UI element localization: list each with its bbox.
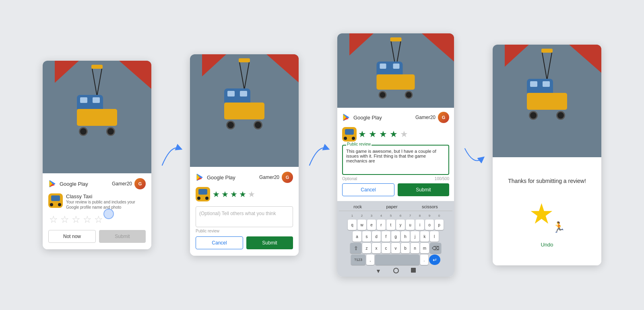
key-a[interactable]: a (353, 231, 361, 242)
app-icon-2 (196, 187, 210, 201)
taxi-body-3 (377, 74, 415, 90)
game-image-3 (337, 33, 454, 108)
key-e[interactable]: e (367, 220, 376, 230)
user-info-2: Gamer20 G (259, 172, 293, 183)
wire-right-2 (244, 62, 250, 92)
star-2-4[interactable]: ★ (239, 189, 246, 199)
stars-row-1[interactable]: ☆ ☆ ☆ ☆ ☆ (48, 215, 146, 224)
thanks-content: Thanks for submitting a review! ★ 🏃 Undo (498, 165, 596, 256)
arrow-2 (306, 135, 330, 175)
star-3-2[interactable]: ★ (369, 129, 377, 140)
key-x[interactable]: x (372, 243, 381, 253)
star-1-1[interactable]: ☆ (49, 215, 58, 224)
taxi-wl-3 (379, 91, 387, 99)
bottom-panel-4: Thanks for submitting a review! ★ 🏃 Undo (493, 157, 601, 265)
crane-bar-4 (541, 49, 553, 53)
key-row-asdf: asdfghjkl (339, 231, 452, 242)
red-triangle-left (55, 61, 79, 83)
key-j[interactable]: j (411, 231, 419, 242)
game-image-1 (43, 61, 151, 173)
star-2-3[interactable]: ★ (230, 189, 237, 199)
key-r[interactable]: r (377, 220, 386, 230)
star-3-5[interactable]: ★ (400, 129, 408, 140)
key-g[interactable]: g (391, 231, 400, 242)
app-description: Your review is public and includes your … (66, 199, 146, 210)
stars-row-3[interactable]: ★ ★ ★ ★ ★ (358, 129, 408, 140)
key-b[interactable]: b (401, 243, 410, 253)
key-v[interactable]: v (391, 243, 400, 253)
key-row-zxcv: ⇧ zxcvbnm ⌫ (339, 243, 452, 253)
key-h[interactable]: h (401, 231, 410, 242)
taxi-body-2 (224, 103, 264, 119)
key-period[interactable]: . (420, 255, 428, 265)
star-1-3[interactable]: ☆ (72, 215, 80, 224)
star-1-2[interactable]: ☆ (60, 215, 69, 224)
play-store-icon-2 (196, 173, 204, 182)
nav-home[interactable] (393, 268, 399, 273)
app-icon (48, 193, 63, 208)
key-shift[interactable]: ⇧ (350, 243, 361, 253)
app-icon-wheel-l (50, 203, 53, 206)
num-row: 1 2 3 4 5 6 7 8 9 0 (339, 212, 452, 219)
word-suggestions: rock paper scissors (339, 203, 452, 211)
key-backspace[interactable]: ⌫ (430, 243, 441, 253)
key-o[interactable]: o (425, 220, 434, 230)
key-k[interactable]: k (420, 231, 429, 242)
suggestion-1[interactable]: rock (353, 204, 362, 209)
cancel-button-2[interactable]: Cancel (196, 236, 243, 249)
key-d[interactable]: d (372, 231, 381, 242)
star-2-1[interactable]: ★ (213, 189, 220, 199)
key-comma[interactable]: , (366, 255, 374, 265)
not-now-button[interactable]: Not now (48, 230, 96, 243)
key-i[interactable]: i (415, 220, 424, 230)
key-y[interactable]: y (396, 220, 405, 230)
key-w[interactable]: w (357, 220, 366, 230)
key-123[interactable]: ?123 (351, 255, 365, 265)
num-1: 1 (348, 212, 357, 219)
big-star-icon: ★ (529, 197, 554, 230)
taxi-graphic-4 (527, 79, 567, 120)
star-3-4[interactable]: ★ (390, 129, 398, 140)
taxi-wl-2 (226, 121, 235, 129)
phone-screen-1: Google Play Gamer20 G Classy Taxi Your r… (43, 61, 151, 249)
key-q[interactable]: q (348, 220, 357, 230)
suggestion-2[interactable]: paper (386, 204, 397, 209)
submit-button-2[interactable]: Submit (246, 236, 293, 249)
review-textarea-3[interactable]: Public review This game is awesome, but … (342, 145, 449, 175)
key-m[interactable]: m (420, 243, 429, 253)
red-triangle-right (119, 61, 151, 89)
star-1-5[interactable]: ☆ (94, 215, 103, 224)
stars-row-2[interactable]: ★ ★ ★ ★ ★ (213, 189, 255, 199)
key-space[interactable] (375, 255, 419, 265)
star-2-5[interactable]: ★ (248, 189, 255, 199)
key-c[interactable]: c (382, 243, 390, 253)
key-s[interactable]: s (362, 231, 371, 242)
star-3-3[interactable]: ★ (379, 129, 387, 140)
suggestion-3[interactable]: scissors (422, 204, 438, 209)
key-l[interactable]: l (430, 231, 439, 242)
key-n[interactable]: n (411, 243, 419, 253)
undo-button[interactable]: Undo (541, 242, 553, 248)
arrow-svg-1 (159, 135, 183, 175)
star-2-2[interactable]: ★ (221, 189, 229, 199)
key-f[interactable]: f (382, 231, 390, 242)
star-1-4[interactable]: ☆ (83, 215, 92, 224)
cancel-button-3[interactable]: Cancel (342, 183, 394, 196)
submit-button-1[interactable]: Submit (99, 230, 146, 243)
key-u[interactable]: u (406, 220, 415, 230)
key-t[interactable]: t (386, 220, 395, 230)
review-textarea-2[interactable]: (Optional) Tell others what you think (196, 206, 293, 227)
taxi-window-r-3 (393, 64, 400, 69)
gplay-header-3: Google Play Gamer20 G (342, 112, 449, 123)
keyboard-3: rock paper scissors 1 2 3 4 5 6 7 8 9 0 … (337, 201, 454, 277)
nav-recent[interactable] (411, 268, 416, 273)
arrow-3 (461, 135, 485, 175)
key-z[interactable]: z (362, 243, 371, 253)
nav-back[interactable]: ▼ (376, 268, 381, 274)
key-enter[interactable]: ↵ (429, 255, 440, 265)
submit-button-3[interactable]: Submit (398, 183, 449, 196)
star-3-1[interactable]: ★ (358, 129, 366, 140)
crane-bar (91, 65, 103, 69)
key-p[interactable]: p (435, 220, 444, 230)
gplay-header-2: Google Play Gamer20 G (196, 172, 293, 183)
